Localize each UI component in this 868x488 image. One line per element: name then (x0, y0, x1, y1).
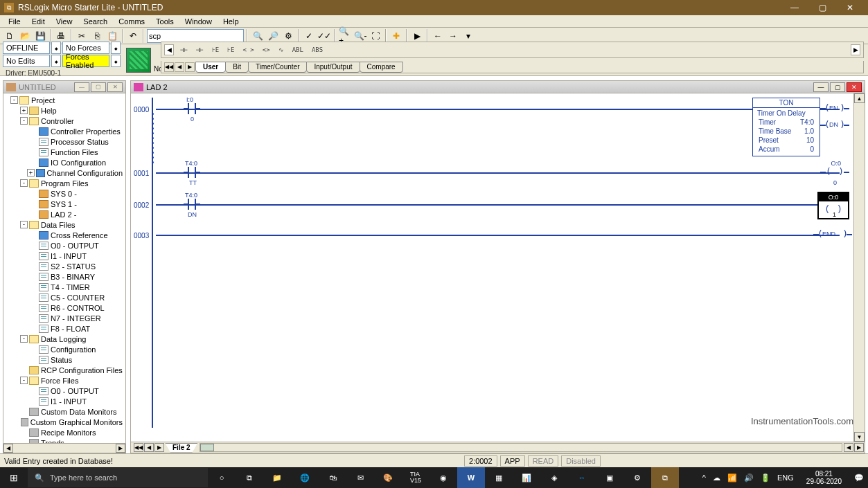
save-button[interactable]: 💾 (33, 29, 47, 43)
tree-item[interactable]: Custom Data Monitors (3, 406, 125, 417)
tabs-prev[interactable]: ◀ (175, 62, 184, 72)
tree-item[interactable]: T4 - TIMER (3, 282, 125, 292)
ft-hscroll[interactable] (200, 443, 842, 452)
edge-icon[interactable]: 🌐 (291, 467, 319, 488)
tree-item[interactable]: I1 - INPUT (3, 396, 125, 406)
cortana-icon[interactable]: ○ (208, 467, 236, 488)
verify-button[interactable]: ✓ (302, 29, 316, 43)
forcesen-dd[interactable]: ⬥ (111, 55, 121, 67)
rung-2[interactable] (156, 204, 840, 206)
selected-output-o0-1[interactable]: O:0 ( ) 1 (817, 192, 849, 219)
tree-item[interactable]: B3 - BINARY (3, 271, 125, 282)
tabs-first[interactable]: ◀◀ (164, 62, 174, 72)
zoom-in-button[interactable]: 🔍+ (338, 29, 352, 43)
paint-icon[interactable]: 🎨 (374, 467, 402, 488)
cloud-icon[interactable]: ☁ (713, 473, 720, 482)
tree-item[interactable]: +Help (3, 105, 125, 116)
menu-tools[interactable]: Tools (150, 16, 179, 27)
notifications-icon[interactable]: 💬 (854, 473, 864, 482)
tree-item[interactable]: RCP Configuration Files (3, 365, 125, 375)
tab-compare[interactable]: Compare (360, 62, 403, 73)
ladder-max[interactable]: ▢ (830, 82, 845, 92)
tray-up-icon[interactable]: ^ (702, 473, 706, 482)
tree-item[interactable]: Cross Reference (3, 230, 125, 240)
tree-item[interactable]: N7 - INTEGER (3, 313, 125, 323)
expander[interactable]: + (27, 169, 34, 177)
clock[interactable]: 08:21 29-06-2020 (801, 470, 847, 485)
find-button[interactable]: 🔍 (251, 29, 265, 43)
paste-button[interactable]: 📋 (105, 29, 119, 43)
instr-ons[interactable]: ∿ (276, 46, 286, 53)
mode-dd[interactable]: ⬥ (51, 42, 61, 54)
taskbar-search[interactable]: 🔍 Type here to search (28, 468, 208, 487)
tab-user[interactable]: User (195, 62, 226, 73)
expander[interactable]: - (20, 377, 28, 384)
tree-item[interactable]: Configuration (3, 344, 125, 354)
fit-button[interactable]: ⛶ (369, 29, 382, 43)
tab-input-output[interactable]: Input/Output (306, 62, 360, 73)
tree-min[interactable]: — (74, 82, 89, 92)
instr-next[interactable]: ▶ (851, 44, 860, 55)
tree-item[interactable]: LAD 2 - (3, 209, 125, 219)
instr-otl[interactable]: ⊦E (225, 46, 236, 53)
app1-icon[interactable]: ▦ (485, 467, 513, 488)
app2-icon[interactable]: 📊 (513, 467, 540, 488)
project-tree[interactable]: -Project+Help-ControllerController Prope… (3, 93, 125, 443)
nav-dd-button[interactable]: ▾ (461, 29, 475, 43)
tree-item[interactable]: Trends (3, 437, 125, 443)
ft-prev[interactable]: ◀ (144, 443, 154, 452)
tree-item[interactable]: SYS 0 - (3, 188, 125, 199)
tree-item[interactable]: Processor Status (3, 136, 125, 147)
menu-file[interactable]: File (3, 16, 26, 27)
close-button[interactable]: ✕ (836, 0, 864, 15)
taskview-icon[interactable]: ⧉ (236, 467, 263, 488)
new-button[interactable]: 🗋 (3, 29, 17, 43)
tree-item[interactable]: S2 - STATUS (3, 261, 125, 271)
scroll-right[interactable]: ▶ (116, 444, 125, 453)
battery-icon[interactable]: 🔋 (761, 473, 770, 482)
tree-item[interactable]: -Data Files (3, 219, 125, 230)
wifi-icon[interactable]: 📶 (727, 473, 737, 482)
teamviewer-icon[interactable]: ↔ (568, 467, 596, 488)
find-prev-button[interactable]: ⚙ (281, 29, 295, 43)
tree-item[interactable]: -Force Files (3, 375, 125, 386)
app5-icon[interactable]: ⚙ (623, 467, 651, 488)
rung-3-end[interactable] (156, 235, 840, 236)
minimize-button[interactable]: — (781, 0, 808, 15)
instr-ote[interactable]: ⊦E (210, 46, 221, 53)
ft-scroll-right[interactable]: ▶ (854, 443, 864, 452)
lang-indicator[interactable]: ENG (777, 473, 794, 482)
tree-item[interactable]: -Program Files (3, 178, 125, 188)
menu-window[interactable]: Window (179, 16, 218, 27)
file-tab[interactable]: File 2 (165, 443, 198, 453)
rslogix-icon[interactable]: ⧉ (651, 467, 679, 488)
tree-item[interactable]: Recipe Monitors (3, 427, 125, 437)
tree-item[interactable]: R6 - CONTROL (3, 302, 125, 313)
cut-button[interactable]: ✂ (75, 29, 89, 43)
expander[interactable]: - (20, 179, 28, 187)
tree-item[interactable]: IO Configuration (3, 157, 125, 168)
app3-icon[interactable]: ◈ (540, 467, 568, 488)
tree-item[interactable]: SYS 1 - (3, 199, 125, 209)
edits-dd[interactable]: ⬥ (51, 55, 61, 67)
expander[interactable]: - (20, 221, 28, 228)
instr-xic[interactable]: ⊣⊢ (178, 46, 190, 53)
menu-comms[interactable]: Comms (113, 16, 150, 27)
ft-scroll-left[interactable]: ◀ (844, 443, 853, 452)
tree-item[interactable]: I1 - INPUT (3, 251, 125, 261)
instr-abl[interactable]: ABL (290, 46, 305, 53)
tree-hscroll[interactable]: ◀ ▶ (3, 443, 125, 453)
fwd-button[interactable]: → (446, 29, 460, 43)
instr-osr[interactable]: <> (260, 46, 272, 53)
ft-first[interactable]: ◀◀ (134, 443, 143, 452)
ladder-body[interactable]: 0000 I:0 0 TON Timer On Delay TimerT4:0 … (131, 93, 865, 442)
back-button[interactable]: ← (431, 29, 445, 43)
ladder-close[interactable]: ✕ (847, 82, 862, 92)
instr-otu[interactable]: < > (241, 46, 256, 53)
mail-icon[interactable]: ✉ (346, 467, 374, 488)
tab-bit[interactable]: Bit (225, 62, 249, 73)
tree-item[interactable]: -Data Logging (3, 334, 125, 344)
forces-dd[interactable]: ⬥ (111, 42, 121, 54)
vscroll-down[interactable]: ▼ (854, 432, 865, 442)
menu-view[interactable]: View (51, 16, 78, 27)
